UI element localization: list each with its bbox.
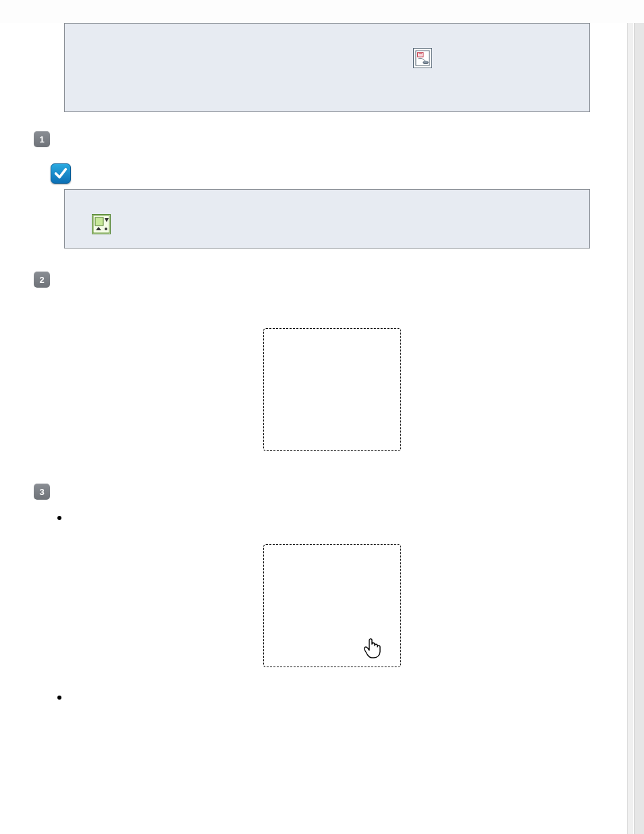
svg-rect-1 [418,53,423,57]
svg-point-8 [105,228,107,230]
scrollbar-track[interactable] [634,23,644,834]
step-badge-1: 1 [34,131,50,147]
selection-area-1[interactable] [263,328,401,451]
document-page: 1 2 3 [0,23,644,834]
svg-point-3 [423,61,428,63]
note-row [51,163,630,184]
list-bullet [57,516,61,520]
step-3-body [34,516,630,700]
step-badge-2: 2 [34,271,50,288]
step-2: 2 [34,271,630,288]
check-icon [51,163,71,184]
info-box-1 [64,23,590,112]
step-number: 2 [39,275,44,285]
info-box-2 [64,189,590,249]
selection-area-2[interactable] [263,544,401,667]
step-1: 1 [34,131,630,147]
step-badge-3: 3 [34,484,50,500]
image-tool-icon [92,214,111,234]
step-number: 3 [39,487,44,497]
scanner-icon [413,48,432,68]
step-3: 3 [34,484,630,500]
list-bullet [57,696,61,700]
step-number: 1 [39,134,44,145]
page-gutter [627,23,633,834]
svg-rect-5 [95,217,103,226]
hand-cursor-icon [363,638,381,658]
